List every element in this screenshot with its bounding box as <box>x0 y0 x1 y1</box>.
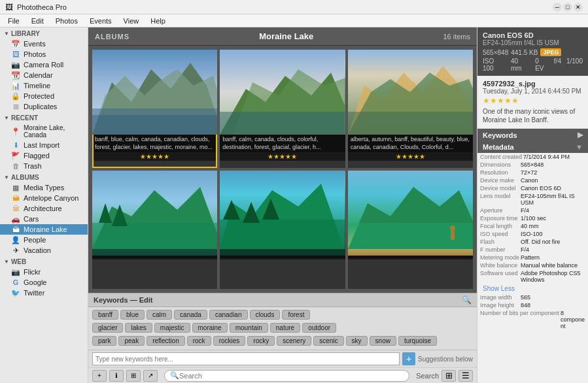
show-less-link[interactable]: Show Less <box>480 284 517 293</box>
keyword-tag[interactable]: calm <box>147 310 172 320</box>
sidebar-item-flagged[interactable]: 🚩 Flagged <box>0 150 88 161</box>
photos-icon: 🖼 <box>10 50 21 58</box>
keyword-tag[interactable]: rock <box>187 336 211 346</box>
main-layout: ▼ LIBRARY 📅 Events 🖼 Photos 📷 Camera Rol… <box>0 27 588 383</box>
metadata-key: Resolution <box>480 169 519 176</box>
photo-thumbnail-6 <box>348 171 473 256</box>
photo-cell-6[interactable] <box>348 171 473 289</box>
keyword-tag[interactable]: forest <box>282 310 310 320</box>
sidebar-item-events[interactable]: 📅 Events <box>0 39 88 49</box>
content-area: ALBUMS Moraine Lake 16 items <box>88 27 477 383</box>
sidebar-item-people[interactable]: 👤 People <box>0 235 88 245</box>
sidebar-item-trash[interactable]: 🗑 Trash <box>0 161 88 171</box>
sidebar-item-moraine-lake-canada[interactable]: 📍 Moraine Lake, Canada <box>0 123 88 140</box>
grid-view-button[interactable]: ⊞ <box>441 370 456 382</box>
tags-button[interactable]: ⊞ <box>126 370 141 382</box>
photo-cell-4[interactable] <box>92 171 217 289</box>
gallery-header: ALBUMS Moraine Lake 16 items <box>88 27 477 46</box>
keyword-tag[interactable]: glacier <box>92 323 123 333</box>
keyword-tag[interactable]: canada <box>174 310 207 320</box>
metadata-header[interactable]: Metadata ▼ <box>477 141 588 153</box>
keyword-tag[interactable]: scenic <box>313 336 343 346</box>
keyword-tag[interactable]: rocky <box>247 336 275 346</box>
app-title: Phototheca Pro <box>17 3 67 11</box>
keyword-tag[interactable]: park <box>92 336 116 346</box>
keyword-tag[interactable]: banff <box>92 310 118 320</box>
sidebar-item-protected[interactable]: 🔒 Protected <box>0 91 88 101</box>
keyword-tag[interactable]: rockies <box>213 336 246 346</box>
keyword-tag[interactable]: moraine <box>192 323 228 333</box>
web-arrow: ▼ <box>4 259 9 265</box>
flickr-icon: 📷 <box>10 268 21 276</box>
sidebar-item-flickr[interactable]: 📷 Flickr <box>0 267 88 277</box>
photo-cell-2[interactable]: banff, calm, canada, clouds, colorful, d… <box>220 50 345 168</box>
keyword-tag[interactable]: nature <box>270 323 300 333</box>
moraine-lake-icon: 🏔 <box>10 225 21 233</box>
camera-aperture: f/4 <box>554 58 561 72</box>
sidebar-item-architecture[interactable]: 🏛 Architecture <box>0 203 88 214</box>
metadata-key: Aperture <box>480 207 519 214</box>
keyword-tag[interactable]: blue <box>120 310 145 320</box>
recent-section-header: ▼ RECENT <box>0 112 88 123</box>
keyword-tag[interactable]: reflection <box>147 336 185 346</box>
metadata-key: F number <box>480 246 519 253</box>
keyword-tag[interactable]: scenery <box>277 336 311 346</box>
minimize-button[interactable]: ─ <box>553 3 562 12</box>
menu-view[interactable]: View <box>118 16 145 25</box>
keyword-tag[interactable]: peak <box>118 336 145 346</box>
metadata-section: Metadata ▼ Content created7/1/2014 9:44 … <box>477 141 588 330</box>
menu-events[interactable]: Events <box>84 16 117 25</box>
flagged-icon: 🚩 <box>10 152 21 159</box>
sidebar-item-duplicates[interactable]: ⊞ Duplicates <box>0 101 88 112</box>
keyword-tag[interactable]: majestic <box>154 323 190 333</box>
sidebar-item-label: Moraine Lake <box>24 225 67 233</box>
keywords-input[interactable] <box>92 352 400 365</box>
sidebar-item-photos[interactable]: 🖼 Photos <box>0 49 88 59</box>
share-button[interactable]: ↗ <box>143 370 158 382</box>
sidebar-item-twitter[interactable]: 🐦 Twitter <box>0 288 88 298</box>
menu-help[interactable]: Help <box>145 16 171 25</box>
sidebar-item-cars[interactable]: 🚗 Cars <box>0 214 88 224</box>
keyword-tag[interactable]: canadian <box>209 310 248 320</box>
photo-cell-3[interactable]: alberta, autumn, banff, beautiful, beaut… <box>348 50 473 168</box>
info-button[interactable]: ℹ <box>109 370 124 382</box>
photo-cell-1[interactable]: banff, blue, calm, canada, canadian, clo… <box>92 50 217 168</box>
sidebar-item-calendar[interactable]: 📆 Calendar <box>0 70 88 80</box>
keyword-tag[interactable]: turquoise <box>398 336 437 346</box>
photo-stars-4 <box>92 258 217 259</box>
photo-cell-5[interactable] <box>220 171 345 289</box>
menu-edit[interactable]: Edit <box>26 16 49 25</box>
search-bar: 🔍 <box>164 370 409 382</box>
camera-details-row1: 565×848 441.5 KB JPEG <box>483 48 583 56</box>
menu-file[interactable]: File <box>3 16 25 25</box>
sidebar-item-media-types[interactable]: ▦ Media Types <box>0 182 88 193</box>
keyword-tag[interactable]: mountain <box>230 323 268 333</box>
list-view-button[interactable]: ☰ <box>458 370 473 382</box>
add-button[interactable]: + <box>92 370 107 382</box>
sidebar-item-camera-roll[interactable]: 📷 Camera Roll <box>0 59 88 70</box>
sidebar-item-timeline[interactable]: 📊 Timeline <box>0 80 88 91</box>
menu-photos[interactable]: Photos <box>50 16 83 25</box>
maximize-button[interactable]: □ <box>563 3 572 12</box>
photo-stars-5 <box>220 258 345 259</box>
search-input[interactable] <box>179 372 404 380</box>
sidebar: ▼ LIBRARY 📅 Events 🖼 Photos 📷 Camera Rol… <box>0 27 88 383</box>
sidebar-item-google[interactable]: G Google <box>0 277 88 288</box>
metadata-value: Canon <box>521 177 538 184</box>
keyword-tag[interactable]: snow <box>370 336 396 346</box>
keywords-add-button[interactable]: + <box>402 352 415 365</box>
web-section-header: ▼ WEB <box>0 256 88 267</box>
sidebar-item-moraine-lake[interactable]: 🏔 Moraine Lake <box>0 224 88 235</box>
keyword-tag[interactable]: lakes <box>125 323 152 333</box>
keywords-search-icon[interactable]: 🔍 <box>462 295 472 305</box>
close-button[interactable]: ✕ <box>574 3 583 12</box>
keyword-tag[interactable]: clouds <box>250 310 281 320</box>
keyword-tag[interactable]: outdoor <box>302 323 336 333</box>
metadata-row: ApertureF/4 <box>477 207 588 214</box>
sidebar-item-antelope-canyon[interactable]: 🏔 Antelope Canyon <box>0 193 88 203</box>
keywords-right-header[interactable]: Keywords ▶ <box>477 129 588 141</box>
keyword-tag[interactable]: sky <box>346 336 368 346</box>
metadata-value: 848 <box>521 302 530 308</box>
sidebar-item-vacation[interactable]: ✈ Vacation <box>0 245 88 256</box>
sidebar-item-last-import[interactable]: ⬇ Last Import <box>0 140 88 150</box>
